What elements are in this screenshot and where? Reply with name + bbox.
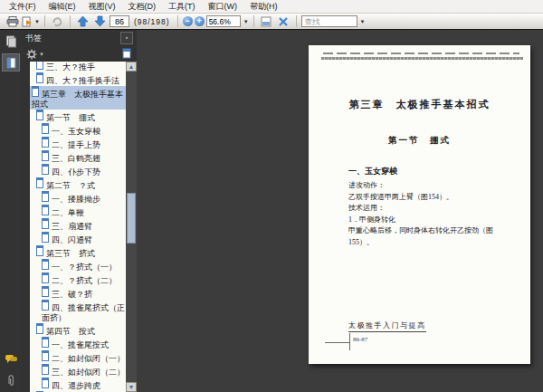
zoom-level-input[interactable]	[206, 15, 241, 27]
bookmark-label: 第四节 按式	[46, 327, 95, 336]
find-input[interactable]	[301, 15, 357, 27]
fit-width-icon	[261, 16, 272, 27]
body-line: 技术运用：	[348, 203, 514, 215]
bookmark-page-icon	[42, 123, 49, 134]
previous-view-icon	[51, 16, 63, 27]
menu-item-2[interactable]: 视图(V)	[82, 0, 122, 14]
bookmark-item[interactable]: 一、玉女穿梭	[30, 123, 126, 137]
previous-page-button[interactable]	[75, 14, 90, 28]
bookmark-item[interactable]: 三、如封似闭（二）	[30, 364, 126, 378]
bookmark-label: 第三章 太极推手基本招式	[32, 90, 123, 109]
comments-icon	[5, 354, 18, 365]
bookmark-page-icon	[42, 300, 49, 311]
zoom-in-button[interactable]: +	[195, 16, 205, 26]
bookmark-page-icon	[42, 286, 49, 297]
body-line: 进攻动作：	[348, 180, 514, 192]
comments-panel-button[interactable]	[2, 350, 20, 368]
toolbar-separator	[253, 15, 254, 27]
toolbar-separator	[70, 15, 71, 27]
bookmark-label: 二、单鞭	[52, 208, 84, 217]
bookmarks-panel: 书签 ▪ ▼ 三、大？推手四、大？推手换手法第三章 太极推手基本招式第一节 掤式…	[22, 30, 137, 392]
menu-item-1[interactable]: 编辑(E)	[43, 0, 82, 14]
bookmark-item[interactable]: 四、大？推手换手法	[30, 72, 126, 86]
attachments-panel-button[interactable]	[2, 371, 20, 389]
print-button[interactable]	[5, 14, 20, 28]
navigation-strip	[0, 30, 22, 392]
page-number-input[interactable]	[110, 15, 129, 27]
bookmark-label: 第三节 挤式	[46, 249, 95, 258]
bookmark-options-button[interactable]: ▼	[26, 49, 44, 60]
export-button[interactable]: ▼	[22, 14, 40, 28]
body-text: 进攻动作：乙双手按逼甲两上臂（图154）。技术运用：1．甲侧身转化甲重心略后移，…	[348, 180, 514, 248]
bookmark-label: 一、搂膝拗步	[52, 195, 100, 204]
bookmark-label: 三、如封似闭（二）	[52, 368, 125, 377]
paperclip-icon	[5, 374, 16, 387]
bookmark-item[interactable]: 第四节 按式	[30, 323, 126, 337]
fit-width-button[interactable]	[259, 14, 274, 28]
scroll-up-arrow-icon[interactable]: ▲	[126, 62, 137, 72]
bookmarks-panel-button[interactable]	[2, 53, 20, 72]
next-page-button[interactable]	[92, 14, 108, 28]
fit-page-icon	[278, 16, 289, 27]
bookmark-page-icon	[42, 218, 49, 229]
bookmark-item[interactable]: 四、闪通臂	[30, 232, 126, 245]
bookmark-item[interactable]: 一、？挤式（一）	[30, 259, 126, 272]
bookmark-page-icon	[32, 86, 39, 97]
bookmark-item[interactable]: 三、白鹤亮翅	[30, 150, 126, 164]
bookmark-item[interactable]: 一、揽雀尾按式	[30, 337, 126, 350]
bookmark-page-icon	[36, 72, 43, 83]
gear-icon	[26, 49, 38, 60]
dropdown-arrow-icon: ▼	[34, 19, 40, 24]
bookmark-item[interactable]: 四、仆步下势	[30, 164, 126, 177]
expand-current-bookmark-button[interactable]	[121, 46, 132, 62]
previous-view-button-disabled	[50, 14, 65, 28]
chapter-title: 第三章 太极推手基本招式	[309, 98, 530, 111]
bookmark-item[interactable]: 第一节 掤式	[30, 110, 126, 123]
acrobat-window: 文件(F)编辑(E)视图(V)文档(D)工具(T)窗口(W)帮助(H) ▼ (9…	[0, 0, 543, 392]
zoom-out-button[interactable]: −	[183, 16, 193, 26]
toolbar-separator	[296, 15, 297, 27]
scanned-header-line	[323, 53, 519, 54]
bookmark-item[interactable]: 三、扇通臂	[30, 218, 126, 232]
panel-menu-button[interactable]: ▪	[120, 32, 133, 44]
fit-page-button[interactable]	[276, 14, 291, 28]
scanned-header-text	[321, 57, 523, 60]
bookmark-icon	[5, 57, 17, 69]
crop-mark	[325, 342, 350, 343]
find-dropdown-arrow-icon[interactable]: ▼	[360, 19, 366, 24]
bookmark-label: 二、？挤式（二）	[52, 276, 117, 285]
bookmark-label: 四、闪通臂	[52, 235, 92, 244]
bookmark-item[interactable]: 三、大？推手	[30, 62, 126, 72]
bookmark-item[interactable]: 第三章 太极推手基本招式	[30, 86, 126, 110]
scroll-down-arrow-icon[interactable]: ▼	[126, 382, 137, 392]
bookmark-label: 三、大？推手	[46, 62, 95, 72]
zoom-dropdown-arrow-icon[interactable]: ▼	[243, 19, 249, 24]
bookmark-item[interactable]: 一、搂膝拗步	[30, 191, 126, 205]
menu-bar: 文件(F)编辑(E)视图(V)文档(D)工具(T)窗口(W)帮助(H)	[0, 0, 543, 14]
section-title: 第一节 掤式	[309, 135, 530, 147]
bookmark-item[interactable]: 四、揽雀尾挤式（正面挤）	[30, 300, 126, 323]
menu-item-5[interactable]: 窗口(W)	[202, 0, 244, 14]
bookmark-scrollbar[interactable]: ▲ ▼	[126, 62, 137, 392]
bookmark-item[interactable]: 二、如封似闭（一）	[30, 350, 126, 364]
menu-item-0[interactable]: 文件(F)	[3, 0, 43, 14]
scrollbar-thumb[interactable]	[127, 193, 136, 244]
bookmark-item[interactable]: 二、单鞭	[30, 205, 126, 218]
toolbar: ▼ (98/198) − + ▼ ▼	[0, 14, 543, 30]
menu-item-3[interactable]: 文档(D)	[122, 0, 163, 14]
bookmark-item[interactable]: 二、？挤式（二）	[30, 272, 126, 286]
bookmark-item[interactable]: 第二节 ？式	[30, 177, 126, 191]
expand-bookmark-icon	[121, 48, 132, 59]
bookmark-item[interactable]: 二、提手上势	[30, 137, 126, 150]
panel-title: 书签	[25, 33, 120, 44]
bookmark-label: 一、玉女穿梭	[52, 127, 100, 136]
bookmark-item[interactable]: 四、退步跨虎	[30, 378, 126, 391]
pages-panel-button[interactable]	[2, 33, 20, 51]
dropdown-arrow-icon: ▼	[39, 52, 44, 57]
bookmark-item[interactable]: 第三节 挤式	[30, 245, 126, 259]
bookmark-item[interactable]: 三、破？挤	[30, 286, 126, 300]
menu-item-4[interactable]: 工具(T)	[162, 0, 202, 14]
bookmark-page-icon	[36, 323, 43, 334]
menu-item-6[interactable]: 帮助(H)	[243, 0, 284, 14]
document-pane[interactable]: 第三章 太极推手基本招式 第一节 掤式 一、玉女穿梭 进攻动作：乙双手按逼甲两上…	[137, 30, 543, 392]
